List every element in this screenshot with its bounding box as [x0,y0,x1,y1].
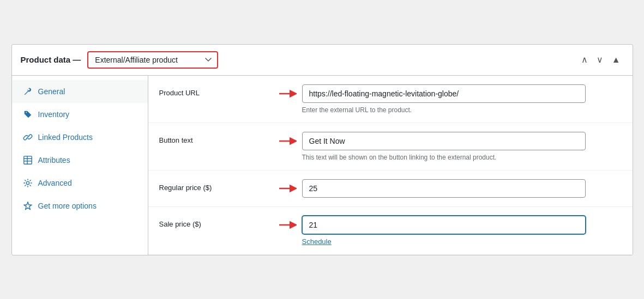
product-url-input-group: Enter the external URL to the product. [279,84,622,114]
star-icon [23,201,33,211]
svg-rect-0 [23,156,31,163]
sale-price-arrow-icon [279,220,297,231]
panel-body: General Inventory Linked Products [12,76,633,255]
header-controls: ∧ ∨ ▲ [578,52,624,67]
table-icon [23,155,33,165]
button-text-arrow-icon [279,136,297,147]
regular-price-input-col [302,179,622,198]
link-icon [23,132,33,142]
button-text-input-group: This text will be shown on the button li… [279,132,622,161]
product-type-select[interactable]: External/Affiliate product Simple produc… [87,51,218,69]
panel-title: Product data — [21,55,81,64]
button-text-hint: This text will be shown on the button li… [302,154,622,161]
sidebar-label-get-more-options: Get more options [38,202,97,210]
regular-price-input[interactable] [302,179,586,198]
schedule-link[interactable]: Schedule [302,237,622,246]
field-row-product-url: Product URL Enter the external URL to th… [148,76,633,123]
sidebar-label-linked-products: Linked Products [38,133,93,142]
gear-icon [23,178,33,188]
sale-price-input[interactable] [302,216,586,234]
product-url-hint: Enter the external URL to the product. [302,106,622,114]
svg-point-4 [26,181,29,184]
sidebar-label-advanced: Advanced [38,179,72,187]
sale-price-input-group: Schedule [279,216,622,246]
collapse-down-button[interactable]: ∨ [593,52,606,67]
regular-price-label: Regular price ($) [159,184,212,192]
field-label-col-button-text: Button text [159,132,268,144]
field-row-button-text: Button text This text will be shown on t… [148,123,633,170]
tag-icon [23,109,33,119]
panel-header: Product data — External/Affiliate produc… [12,45,633,76]
sidebar-label-general: General [38,87,65,96]
field-row-regular-price: Regular price ($) [148,170,633,207]
sidebar-item-attributes[interactable]: Attributes [12,149,148,172]
field-label-col-product-url: Product URL [159,84,268,97]
button-text-label: Button text [159,136,193,144]
sale-price-label: Sale price ($) [159,220,201,228]
regular-price-arrow-icon [279,184,297,194]
sidebar-item-advanced[interactable]: Advanced [12,172,148,194]
button-text-input[interactable] [302,132,586,150]
field-label-col-sale-price: Sale price ($) [159,216,268,228]
sidebar-item-get-more-options[interactable]: Get more options [12,194,148,217]
expand-button[interactable]: ▲ [609,52,624,67]
product-url-input-col: Enter the external URL to the product. [302,84,622,114]
collapse-up-button[interactable]: ∧ [578,52,591,67]
regular-price-input-group [279,179,622,198]
wrench-icon [23,87,33,96]
sidebar: General Inventory Linked Products [12,76,148,255]
sale-price-input-col: Schedule [302,216,622,246]
content-area: Product URL Enter the external URL to th… [148,76,633,255]
sidebar-item-linked-products[interactable]: Linked Products [12,126,148,149]
sidebar-item-inventory[interactable]: Inventory [12,103,148,126]
field-label-col-regular-price: Regular price ($) [159,179,268,192]
product-url-label: Product URL [159,89,200,97]
product-url-arrow-icon [279,89,297,100]
button-text-input-col: This text will be shown on the button li… [302,132,622,161]
field-row-sale-price: Sale price ($) Schedule [148,207,633,255]
product-data-panel: Product data — External/Affiliate produc… [11,44,633,255]
product-url-input[interactable] [302,84,586,103]
sidebar-label-attributes: Attributes [38,156,70,164]
sidebar-label-inventory: Inventory [38,110,70,119]
sidebar-item-general[interactable]: General [12,80,148,103]
